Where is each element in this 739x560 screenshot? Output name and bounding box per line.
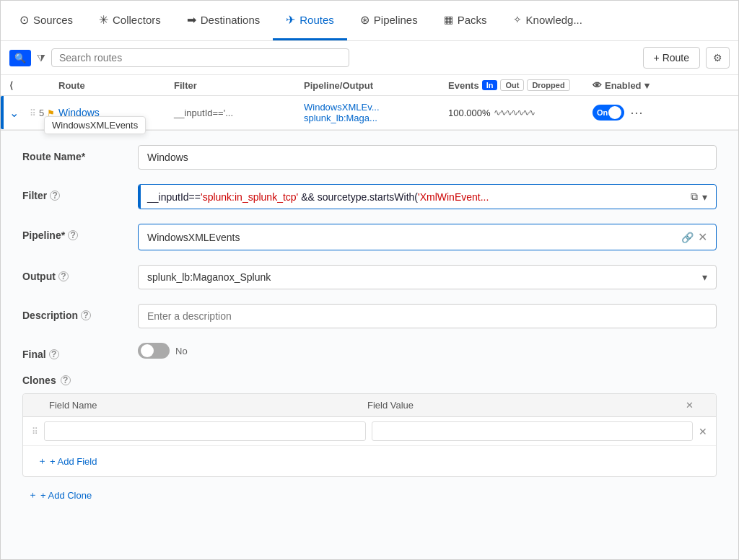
clone-field-value-input[interactable] — [372, 421, 694, 441]
in-badge[interactable]: In — [482, 80, 498, 90]
nav-pipelines-label: Pipelines — [374, 14, 418, 26]
output-text: splunk_lb:Maganox_Splunk — [147, 271, 271, 283]
description-input[interactable] — [138, 304, 717, 328]
row-more-button[interactable]: ⋯ — [630, 105, 643, 121]
filter-inputid: __inputId== — [147, 191, 201, 203]
nav-pipelines[interactable]: ⊛ Pipelines — [347, 1, 431, 40]
filter-text: __inputId=='splunk:in_splunk_tcp' && sou… — [147, 191, 683, 203]
filter-input-wrapper[interactable]: __inputId=='splunk:in_splunk_tcp' && sou… — [138, 184, 717, 209]
row-filter: __inputId=='... — [174, 107, 304, 118]
final-row: Final ? No — [22, 343, 717, 360]
filter-col-header: Filter — [174, 80, 304, 91]
toggle-knob — [608, 106, 621, 119]
sparkline-chart: ∿∿∿∿∿∿∿ — [494, 108, 534, 118]
field-value-header: Field Value — [367, 400, 686, 411]
packs-icon: ▦ — [444, 14, 453, 25]
add-field-button[interactable]: ＋ + Add Field — [32, 450, 102, 472]
route-col-header[interactable]: Route — [58, 80, 174, 91]
clone-row: ⠿ ✕ — [23, 417, 716, 446]
add-clone-icon: ＋ — [28, 489, 38, 502]
link-icon[interactable]: 🔗 — [681, 232, 694, 243]
clones-label: Clones — [22, 375, 56, 386]
description-label: Description ? — [22, 304, 138, 321]
clones-table-header: Field Name Field Value ✕ — [23, 394, 716, 417]
filter-bar-indicator — [139, 185, 141, 209]
enabled-chevron-icon[interactable]: ▾ — [644, 80, 650, 91]
table-row[interactable]: ⌄ ⠿ 5 ⚑ Windows WindowsXMLEvents __input… — [1, 96, 738, 130]
row-expand-btn[interactable]: ⌄ — [9, 106, 30, 120]
add-clone-button[interactable]: ＋ + Add Clone — [22, 484, 97, 506]
clone-drag-handle-icon[interactable]: ⠿ — [32, 426, 38, 437]
description-row: Description ? — [22, 304, 717, 328]
route-name-row: Route Name* — [22, 145, 717, 170]
row-events: 100.000% ∿∿∿∿∿∿∿ — [448, 108, 592, 118]
final-toggle[interactable] — [138, 343, 170, 359]
filter-label: Filter ? — [22, 184, 138, 201]
gear-icon: ⚙ — [713, 52, 722, 64]
description-help-icon[interactable]: ? — [81, 310, 91, 320]
filter-row: Filter ? __inputId=='splunk:in_splunk_tc… — [22, 184, 717, 209]
detail-panel: Route Name* Filter ? __inputId=='splunk:… — [1, 130, 738, 559]
enabled-toggle[interactable]: On — [592, 105, 624, 121]
output-link[interactable]: splunk_lb:Maga... — [304, 113, 448, 123]
collectors-icon: ✳ — [99, 13, 108, 27]
output-chevron-icon[interactable]: ▾ — [702, 271, 707, 283]
knowledge-icon: ✧ — [513, 14, 522, 25]
filter-value2: 'XmlWinEvent... — [418, 191, 489, 203]
filter-chevron-icon[interactable]: ▾ — [702, 191, 707, 203]
clone-field-name-input[interactable] — [44, 421, 366, 441]
search-input[interactable] — [59, 52, 341, 64]
filter-help-icon[interactable]: ? — [50, 191, 60, 201]
clones-help-icon[interactable]: ? — [61, 375, 71, 385]
nav-collectors-label: Collectors — [113, 14, 161, 26]
nav-routes[interactable]: ✈ Routes — [273, 1, 347, 40]
row-indicator — [1, 96, 4, 129]
nav-sources[interactable]: ⊙ Sources — [6, 1, 86, 40]
nav-destinations-label: Destinations — [201, 14, 261, 26]
nav-destinations[interactable]: ➡ Destinations — [174, 1, 274, 40]
pipeline-link[interactable]: WindowsXMLEv... — [304, 102, 448, 113]
nav-collectors[interactable]: ✳ Collectors — [86, 1, 174, 40]
pipelines-icon: ⊛ — [360, 13, 370, 27]
out-badge[interactable]: Out — [500, 79, 524, 91]
filter-expand-icon[interactable]: ⧉ — [691, 191, 698, 203]
eye-icon: 👁 — [592, 80, 602, 91]
add-route-button[interactable]: + Route — [643, 47, 700, 69]
pipeline-input[interactable] — [147, 232, 677, 243]
search-submit-button[interactable]: 🔍 — [9, 50, 31, 66]
final-toggle-wrapper: No — [138, 343, 188, 359]
top-nav: ⊙ Sources ✳ Collectors ➡ Destinations ✈ … — [1, 1, 738, 41]
route-name-input[interactable] — [138, 145, 717, 170]
route-tooltip: WindowsXMLEvents — [44, 116, 146, 134]
dropped-badge[interactable]: Dropped — [527, 79, 569, 91]
pipeline-help-icon[interactable]: ? — [68, 230, 78, 240]
field-name-header: Field Name — [49, 400, 367, 411]
filter-value1: 'splunk:in_splunk_tcp' — [201, 191, 298, 203]
filter-operator: && sourcetype.startsWith( — [298, 191, 418, 203]
sources-icon: ⊙ — [19, 13, 29, 27]
field-header-x-icon: ✕ — [686, 400, 694, 411]
destinations-icon: ➡ — [187, 13, 196, 27]
clones-header: Clones ? — [22, 375, 717, 386]
clear-pipeline-icon[interactable]: ✕ — [698, 230, 707, 244]
final-help-icon[interactable]: ? — [49, 349, 59, 359]
route-name-label: Route Name* — [22, 145, 138, 162]
filter-icon[interactable]: ⧩ — [37, 52, 45, 64]
nav-knowledge[interactable]: ✧ Knowledg... — [500, 1, 595, 40]
add-field-wrapper: ＋ + Add Field — [23, 446, 716, 476]
field-action-header: ✕ — [686, 400, 707, 411]
add-route-label: + Route — [654, 52, 689, 64]
row-route-name[interactable]: Windows WindowsXMLEvents — [58, 107, 174, 118]
final-toggle-label: No — [175, 346, 188, 356]
collapse-icon[interactable]: ⟨ — [9, 80, 13, 91]
events-col-header: Events In Out Dropped — [448, 79, 592, 91]
settings-button[interactable]: ⚙ — [706, 47, 730, 69]
add-field-label: + Add Field — [50, 456, 97, 467]
remove-clone-row-button[interactable]: ✕ — [699, 426, 707, 437]
output-dropdown[interactable]: splunk_lb:Maganox_Splunk ▾ — [138, 265, 717, 289]
table-header: ⟨ Route Filter Pipeline/Output Events In… — [1, 75, 738, 96]
output-help-icon[interactable]: ? — [58, 271, 69, 281]
drag-handle-icon[interactable]: ⠿ — [30, 108, 36, 118]
pipeline-input-wrapper[interactable]: 🔗 ✕ — [138, 224, 717, 250]
nav-packs[interactable]: ▦ Packs — [431, 1, 500, 40]
